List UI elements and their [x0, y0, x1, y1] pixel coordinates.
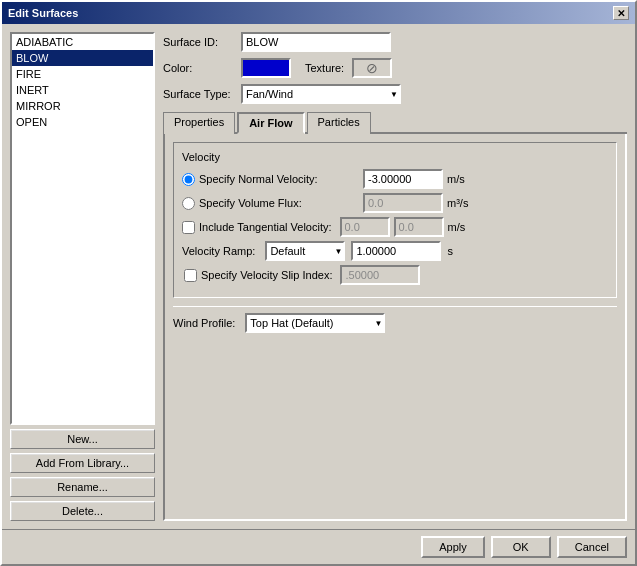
surface-id-label: Surface ID: — [163, 36, 233, 48]
tab-bar: Properties Air Flow Particles — [163, 110, 627, 134]
separator — [173, 306, 617, 307]
wind-profile-row: Wind Profile: Top Hat (Default) None — [173, 313, 617, 333]
list-item[interactable]: INERT — [12, 82, 153, 98]
left-panel: ADIABATIC BLOW FIRE INERT MIRROR OPEN Ne… — [10, 32, 155, 521]
window-title: Edit Surfaces — [8, 7, 78, 19]
slip-index-input[interactable] — [340, 265, 420, 285]
ok-button[interactable]: OK — [491, 536, 551, 558]
title-bar: Edit Surfaces ✕ — [2, 2, 635, 24]
ramp-time-unit: s — [447, 245, 453, 257]
volume-flux-radio[interactable] — [182, 197, 195, 210]
tangential-velocity-label: Include Tangential Velocity: — [199, 221, 332, 233]
surface-id-row: Surface ID: — [163, 32, 627, 52]
slip-index-label: Specify Velocity Slip Index: — [201, 269, 332, 281]
right-panel: Surface ID: Color: Texture: ⊘ Surface Ty… — [163, 32, 627, 521]
wind-profile-label: Wind Profile: — [173, 317, 235, 329]
volume-flux-unit: m³/s — [447, 197, 468, 209]
normal-velocity-radio[interactable] — [182, 173, 195, 186]
tangential-velocity-checkbox[interactable] — [182, 221, 195, 234]
ramp-select-wrapper: Default — [265, 241, 345, 261]
wind-profile-wrapper: Top Hat (Default) None — [245, 313, 385, 333]
rename-button[interactable]: Rename... — [10, 477, 155, 497]
texture-label: Texture: — [305, 62, 344, 74]
normal-velocity-unit: m/s — [447, 173, 465, 185]
surface-type-select[interactable]: Fan/Wind Burner Inert Mirror Open — [241, 84, 401, 104]
new-button[interactable]: New... — [10, 429, 155, 449]
main-content: ADIABATIC BLOW FIRE INERT MIRROR OPEN Ne… — [2, 24, 635, 529]
texture-icon: ⊘ — [366, 60, 378, 76]
tangential-x-input[interactable] — [340, 217, 390, 237]
bottom-bar: Apply OK Cancel — [2, 529, 635, 564]
color-picker[interactable] — [241, 58, 291, 78]
list-item-selected[interactable]: BLOW — [12, 50, 153, 66]
slip-index-row: Specify Velocity Slip Index: — [184, 265, 608, 285]
close-button[interactable]: ✕ — [613, 6, 629, 20]
velocity-group-title: Velocity — [182, 151, 608, 163]
list-item[interactable]: MIRROR — [12, 98, 153, 114]
apply-button[interactable]: Apply — [421, 536, 485, 558]
edit-surfaces-window: Edit Surfaces ✕ ADIABATIC BLOW FIRE INER… — [0, 0, 637, 566]
list-item[interactable]: FIRE — [12, 66, 153, 82]
tangential-velocity-row: Include Tangential Velocity: m/s — [182, 217, 608, 237]
tab-properties[interactable]: Properties — [163, 112, 235, 134]
wind-profile-select[interactable]: Top Hat (Default) None — [245, 313, 385, 333]
normal-velocity-label: Specify Normal Velocity: — [199, 173, 359, 185]
surface-type-label: Surface Type: — [163, 88, 233, 100]
normal-velocity-input[interactable] — [363, 169, 443, 189]
volume-flux-label: Specify Volume Flux: — [199, 197, 359, 209]
tab-airflow[interactable]: Air Flow — [237, 112, 304, 134]
tab-container: Properties Air Flow Particles Velocity S… — [163, 110, 627, 521]
surface-type-row: Surface Type: Fan/Wind Burner Inert Mirr… — [163, 84, 627, 104]
normal-velocity-row: Specify Normal Velocity: m/s — [182, 169, 608, 189]
tangential-unit: m/s — [448, 221, 466, 233]
surface-list[interactable]: ADIABATIC BLOW FIRE INERT MIRROR OPEN — [10, 32, 155, 425]
tab-particles[interactable]: Particles — [307, 112, 371, 134]
delete-button[interactable]: Delete... — [10, 501, 155, 521]
list-item[interactable]: OPEN — [12, 114, 153, 130]
volume-flux-row: Specify Volume Flux: m³/s — [182, 193, 608, 213]
ramp-time-input[interactable] — [351, 241, 441, 261]
surface-type-wrapper: Fan/Wind Burner Inert Mirror Open — [241, 84, 401, 104]
velocity-ramp-label: Velocity Ramp: — [182, 245, 255, 257]
cancel-button[interactable]: Cancel — [557, 536, 627, 558]
velocity-ramp-row: Velocity Ramp: Default s — [182, 241, 608, 261]
velocity-ramp-select[interactable]: Default — [265, 241, 345, 261]
color-label: Color: — [163, 62, 233, 74]
volume-flux-input[interactable] — [363, 193, 443, 213]
add-library-button[interactable]: Add From Library... — [10, 453, 155, 473]
texture-button[interactable]: ⊘ — [352, 58, 392, 78]
slip-index-checkbox[interactable] — [184, 269, 197, 282]
list-item[interactable]: ADIABATIC — [12, 34, 153, 50]
color-row: Color: Texture: ⊘ — [163, 58, 627, 78]
tab-content-airflow: Velocity Specify Normal Velocity: m/s — [163, 134, 627, 521]
velocity-group: Velocity Specify Normal Velocity: m/s — [173, 142, 617, 298]
tangential-y-input[interactable] — [394, 217, 444, 237]
surface-id-input[interactable] — [241, 32, 391, 52]
